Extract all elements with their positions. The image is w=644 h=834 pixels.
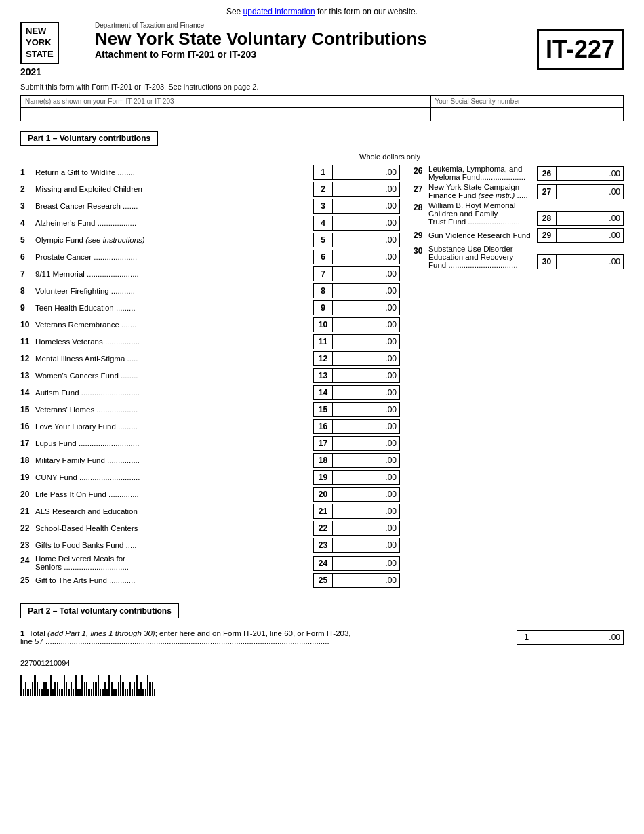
- list-item: 7 9/11 Memorial ........................…: [20, 266, 400, 281]
- list-item: 20 Life Pass It On Fund .............. 2…: [20, 487, 400, 502]
- bar: [108, 675, 110, 696]
- bar: [52, 689, 54, 696]
- list-item: 13 Women's Cancers Fund ........ 13 .00: [20, 368, 400, 383]
- bar: [73, 689, 74, 696]
- bar: [41, 689, 43, 696]
- bar: [54, 682, 56, 696]
- bar: [50, 675, 52, 696]
- list-item: 11 Homeless Veterans ................ 11…: [20, 334, 400, 349]
- part2-section: Part 2 – Total voluntary contributions 1…: [20, 603, 624, 646]
- logo-line1: NEW: [26, 26, 54, 37]
- bar: [152, 682, 153, 696]
- bar: [106, 689, 108, 696]
- bar: [45, 682, 47, 696]
- list-item: 27 New York State Campaign Finance Fund …: [414, 183, 624, 199]
- bar: [32, 682, 33, 696]
- updated-info-link[interactable]: updated information: [243, 7, 315, 16]
- list-item: 1 Return a Gift to Wildlife ........ 1 .…: [20, 165, 400, 180]
- bar: [34, 675, 36, 696]
- bar: [104, 682, 106, 696]
- logo-area: NEW YORK STATE 2021: [20, 22, 88, 77]
- bar: [61, 689, 63, 696]
- list-item: 23 Gifts to Food Banks Fund ..... 23 .00: [20, 538, 400, 553]
- list-item: 30 Substance Use Disorder Education and …: [414, 245, 624, 269]
- bar: [81, 675, 83, 696]
- ssn-field-input[interactable]: [430, 107, 623, 121]
- bar: [127, 689, 128, 696]
- bar: [118, 682, 119, 696]
- left-column: 1 Return a Gift to Wildlife ........ 1 .…: [20, 165, 400, 590]
- top-notice: See updated information for this form on…: [20, 7, 624, 16]
- ssn-field-label: Your Social Security number: [430, 95, 623, 107]
- bar: [138, 689, 140, 696]
- part2-row: 1 Total (add Part 1, lines 1 through 30)…: [20, 629, 624, 646]
- bar: [100, 689, 101, 696]
- bar: [66, 682, 67, 696]
- bar: [93, 682, 94, 696]
- list-item: 25 Gift to The Arts Fund ............ 25…: [20, 573, 400, 588]
- bar: [86, 682, 87, 696]
- list-item: 16 Love Your Library Fund ......... 16 .…: [20, 419, 400, 434]
- bar: [84, 682, 85, 696]
- list-item: 28 William B. Hoyt Memorial Children and…: [414, 201, 624, 226]
- bar: [77, 689, 79, 696]
- bar: [64, 675, 65, 696]
- list-item: 21 ALS Research and Education 21 .00: [20, 504, 400, 519]
- list-item: 5 Olympic Fund (see instructions) 5 .00: [20, 233, 400, 247]
- name-field-label: Name(s) as shown on your Form IT-201 or …: [21, 95, 431, 107]
- bar: [37, 682, 38, 696]
- part2-field-num: 1: [517, 630, 536, 645]
- title-area: Department of Taxation and Finance New Y…: [88, 22, 530, 60]
- bar: [142, 689, 144, 696]
- list-item: 29 Gun Violence Research Fund 29 .00: [414, 228, 624, 243]
- bar: [27, 689, 29, 696]
- form-subtitle: Attachment to Form IT-201 or IT-203: [95, 49, 530, 60]
- bar: [43, 682, 45, 696]
- bar: [39, 689, 40, 696]
- logo-line2: YORK: [26, 37, 54, 49]
- barcode-number: 227001210094: [20, 659, 70, 667]
- list-item: 4 Alzheimer's Fund .................. 4 …: [20, 216, 400, 231]
- list-item: 26 Leukemia, Lymphoma, and Myeloma Fund.…: [414, 165, 624, 181]
- bar: [75, 675, 77, 696]
- list-item: 9 Teen Health Education ......... 9 .00: [20, 300, 400, 315]
- bar: [57, 682, 58, 696]
- bar: [91, 689, 92, 696]
- bar: [20, 675, 22, 696]
- bar: [129, 682, 131, 696]
- part2-field-input[interactable]: .00: [536, 630, 624, 645]
- bar: [147, 675, 148, 696]
- bar: [23, 689, 24, 696]
- list-item: 19 CUNY Fund ...........................…: [20, 470, 400, 485]
- list-item: 8 Volunteer Firefighting ........... 8 .…: [20, 283, 400, 298]
- list-item: 10 Veterans Remembrance ....... 10 .00: [20, 317, 400, 332]
- top-notice-prefix: See: [226, 7, 243, 16]
- list-item: 14 Autism Fund .........................…: [20, 385, 400, 400]
- part2-header: Part 2 – Total voluntary contributions: [20, 603, 179, 618]
- logo-year: 2021: [20, 66, 88, 77]
- part1-header: Part 1 – Voluntary contributions: [20, 131, 158, 146]
- list-item: 17 Lupus Fund ..........................…: [20, 436, 400, 451]
- bar: [134, 682, 135, 696]
- form-number: IT-227: [537, 29, 624, 70]
- bar: [95, 682, 97, 696]
- bar: [125, 689, 126, 696]
- bar: [59, 689, 60, 696]
- list-item: 12 Mental Illness Anti-Stigma ..... 12 .…: [20, 351, 400, 366]
- bar: [47, 689, 49, 696]
- right-column: 26 Leukemia, Lymphoma, and Myeloma Fund.…: [414, 165, 624, 590]
- bar: [71, 682, 72, 696]
- submit-note: Submit this form with Form IT-201 or IT-…: [20, 83, 624, 91]
- bar: [111, 682, 113, 696]
- form-title: New York State Voluntary Contributions: [95, 29, 530, 49]
- header: NEW YORK STATE 2021 Department of Taxati…: [20, 22, 624, 77]
- name-field-input[interactable]: [21, 107, 431, 121]
- bar: [136, 675, 138, 696]
- bar: [145, 689, 146, 696]
- list-item: 3 Breast Cancer Research ....... 3 .00: [20, 199, 400, 214]
- bar: [149, 682, 151, 696]
- list-item: 6 Prostate Cancer .................... 6…: [20, 250, 400, 264]
- top-notice-suffix: for this form on our website.: [315, 7, 418, 16]
- bar: [122, 682, 124, 696]
- logo-line3: STATE: [26, 49, 54, 60]
